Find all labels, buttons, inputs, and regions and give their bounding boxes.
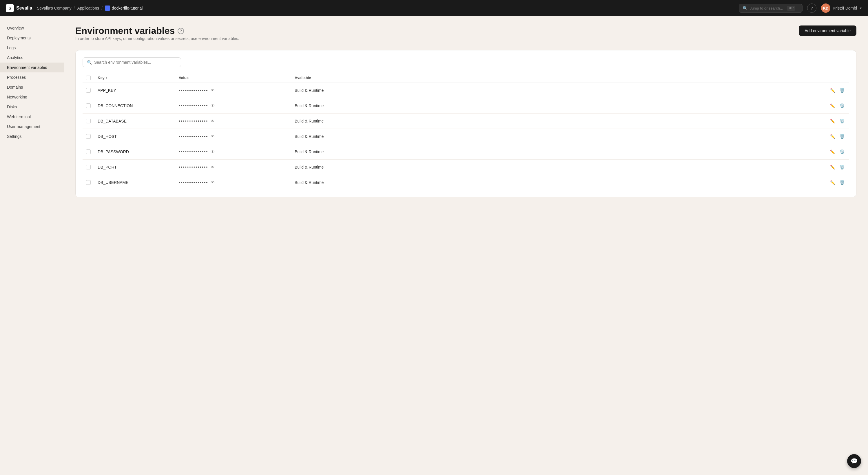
sidebar-item-overview[interactable]: Overview [0, 23, 64, 33]
value-column-header: Value [175, 73, 291, 83]
env-vars-card: 🔍 Key ↑ Value [75, 50, 857, 197]
page-subtitle: In order to store API keys, other config… [75, 36, 239, 41]
help-button[interactable]: ? [807, 3, 816, 13]
row-checkbox-cell [83, 159, 94, 175]
row-checkbox-cell [83, 129, 94, 144]
table-row: APP_KEY •••••••••••••• 👁 Build & Runtime… [83, 83, 849, 98]
search-icon: 🔍 [743, 6, 747, 10]
brand-name: Sevalla [16, 5, 32, 11]
toggle-visibility-icon[interactable]: 👁 [211, 165, 215, 169]
toggle-visibility-icon[interactable]: 👁 [211, 150, 215, 154]
table-row: DB_CONNECTION •••••••••••••• 👁 Build & R… [83, 98, 849, 113]
toggle-visibility-icon[interactable]: 👁 [211, 119, 215, 123]
row-actions-cell: ✏️ 🗑️ [627, 159, 849, 175]
row-value: •••••••••••••• 👁 [175, 83, 291, 98]
edit-button[interactable]: ✏️ [829, 87, 836, 94]
row-actions-cell: ✏️ 🗑️ [627, 144, 849, 159]
sidebar-item-networking[interactable]: Networking [0, 92, 64, 102]
sidebar-item-user-management[interactable]: User management [0, 122, 64, 131]
row-checkbox[interactable] [86, 119, 91, 123]
masked-dots: •••••••••••••• [179, 119, 208, 123]
row-checkbox[interactable] [86, 134, 91, 139]
row-available: Build & Runtime [291, 113, 627, 129]
row-available: Build & Runtime [291, 83, 627, 98]
breadcrumb: Sevalla's Company / Applications / docke… [37, 5, 734, 11]
search-input[interactable] [750, 6, 784, 10]
chat-icon: 💬 [850, 457, 858, 465]
row-available: Build & Runtime [291, 159, 627, 175]
sidebar-item-processes[interactable]: Processes [0, 72, 64, 82]
toggle-visibility-icon[interactable]: 👁 [211, 88, 215, 93]
row-actions-cell: ✏️ 🗑️ [627, 129, 849, 144]
env-search-input[interactable] [94, 60, 177, 65]
add-env-var-button[interactable]: Add environment variable [799, 26, 857, 36]
row-value: •••••••••••••• 👁 [175, 175, 291, 190]
breadcrumb-section[interactable]: Applications [77, 6, 99, 10]
brand-logo[interactable]: S Sevalla [6, 4, 32, 12]
page-header: Environment variables ? In order to stor… [75, 26, 857, 48]
sidebar-item-disks[interactable]: Disks [0, 102, 64, 112]
row-checkbox[interactable] [86, 88, 91, 93]
edit-button[interactable]: ✏️ [829, 179, 836, 186]
delete-button[interactable]: 🗑️ [838, 148, 846, 155]
chat-bubble[interactable]: 💬 [847, 454, 861, 468]
page-help-icon[interactable]: ? [178, 28, 184, 34]
edit-button[interactable]: ✏️ [829, 102, 836, 109]
top-navigation: S Sevalla Sevalla's Company / Applicatio… [0, 0, 868, 16]
masked-dots: •••••••••••••• [179, 134, 208, 139]
toggle-visibility-icon[interactable]: 👁 [211, 134, 215, 139]
row-checkbox[interactable] [86, 103, 91, 108]
brand-icon: S [6, 4, 14, 12]
sidebar-item-domains[interactable]: Domains [0, 82, 64, 92]
delete-button[interactable]: 🗑️ [838, 133, 846, 140]
sidebar-item-analytics[interactable]: Analytics [0, 53, 64, 63]
row-available: Build & Runtime [291, 144, 627, 159]
table-header: Key ↑ Value Available [83, 73, 849, 83]
delete-button[interactable]: 🗑️ [838, 179, 846, 186]
sidebar-item-deployments[interactable]: Deployments [0, 33, 64, 43]
masked-dots: •••••••••••••• [179, 149, 208, 154]
edit-button[interactable]: ✏️ [829, 148, 836, 155]
row-value: •••••••••••••• 👁 [175, 144, 291, 159]
select-all-checkbox[interactable] [86, 75, 91, 80]
edit-button[interactable]: ✏️ [829, 164, 836, 170]
search-bar-icon: 🔍 [87, 60, 92, 65]
user-menu[interactable]: KD Kristóf Dombi ▼ [821, 3, 862, 13]
breadcrumb-company[interactable]: Sevalla's Company [37, 6, 71, 10]
edit-button[interactable]: ✏️ [829, 133, 836, 140]
delete-button[interactable]: 🗑️ [838, 102, 846, 109]
row-checkbox[interactable] [86, 150, 91, 154]
sidebar-item-settings[interactable]: Settings [0, 131, 64, 141]
avatar: KD [821, 3, 830, 13]
sidebar-item-logs[interactable]: Logs [0, 43, 64, 53]
row-available: Build & Runtime [291, 129, 627, 144]
sidebar-item-environment-variables[interactable]: Environment variables [0, 63, 64, 72]
toggle-visibility-icon[interactable]: 👁 [211, 103, 215, 108]
row-key: APP_KEY [94, 83, 175, 98]
breadcrumb-current: dockerfile-tutorial [105, 5, 143, 11]
table-row: DB_PASSWORD •••••••••••••• 👁 Build & Run… [83, 144, 849, 159]
global-search[interactable]: 🔍 ⌘ / [739, 4, 803, 13]
delete-button[interactable]: 🗑️ [838, 87, 846, 94]
sidebar-item-web-terminal[interactable]: Web terminal [0, 112, 64, 122]
row-actions-cell: ✏️ 🗑️ [627, 175, 849, 190]
key-column-header[interactable]: Key ↑ [94, 73, 175, 83]
search-shortcut: ⌘ / [787, 6, 795, 11]
app-icon [105, 5, 110, 11]
delete-button[interactable]: 🗑️ [838, 118, 846, 125]
row-actions-cell: ✏️ 🗑️ [627, 83, 849, 98]
env-vars-table: Key ↑ Value Available APP_KEY [83, 73, 849, 190]
row-checkbox[interactable] [86, 165, 91, 169]
edit-button[interactable]: ✏️ [829, 118, 836, 125]
row-key: DB_PORT [94, 159, 175, 175]
toggle-visibility-icon[interactable]: 👁 [211, 180, 215, 185]
row-checkbox[interactable] [86, 180, 91, 185]
search-bar[interactable]: 🔍 [83, 57, 181, 67]
delete-button[interactable]: 🗑️ [838, 164, 846, 170]
user-name: Kristóf Dombi [833, 6, 857, 10]
sidebar: OverviewDeploymentsLogsAnalyticsEnvironm… [0, 16, 64, 475]
row-value: •••••••••••••• 👁 [175, 159, 291, 175]
sort-icon: ↑ [106, 76, 107, 80]
table-row: DB_USERNAME •••••••••••••• 👁 Build & Run… [83, 175, 849, 190]
row-value: •••••••••••••• 👁 [175, 129, 291, 144]
